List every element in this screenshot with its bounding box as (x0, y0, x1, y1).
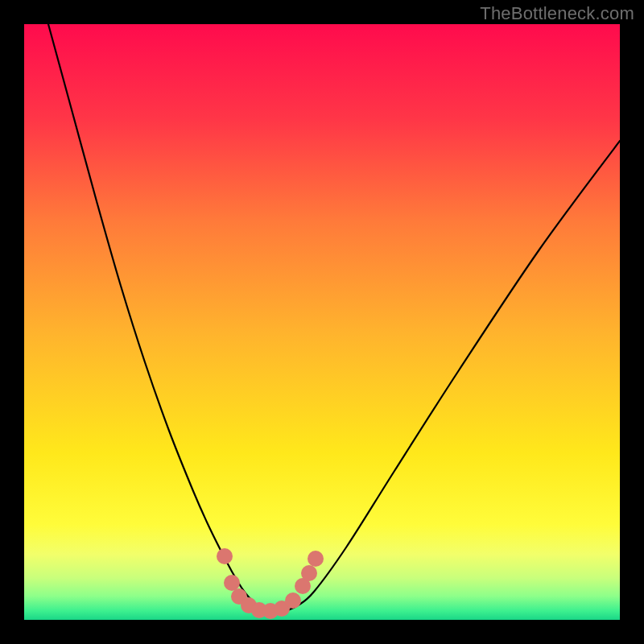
chart-frame: TheBottleneck.com (0, 0, 644, 644)
data-dot (285, 592, 301, 609)
data-dot (224, 575, 240, 591)
watermark-text: TheBottleneck.com (480, 3, 634, 24)
chart-svg (24, 24, 620, 620)
data-dot (217, 548, 233, 564)
data-dot (301, 565, 317, 581)
gradient-background (24, 24, 620, 620)
plot-area (24, 24, 620, 620)
data-dot (308, 551, 324, 567)
